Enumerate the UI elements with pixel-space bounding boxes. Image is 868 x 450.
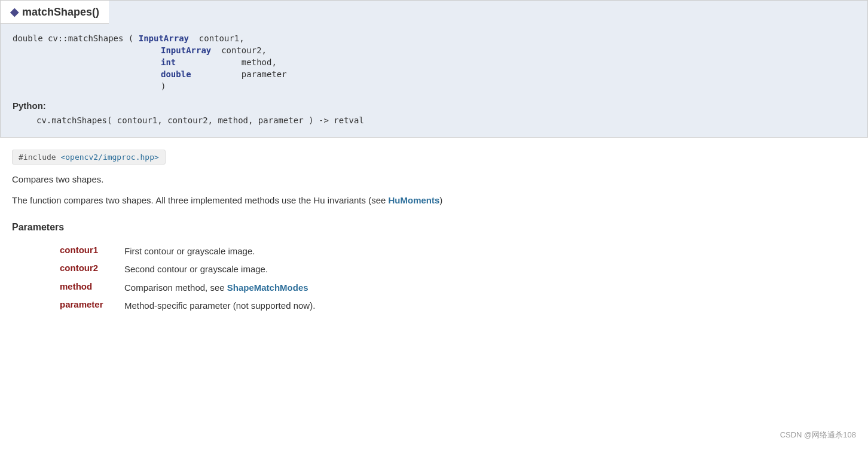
sig-type-1: InputArray bbox=[139, 34, 189, 43]
sig-return-type: double cv::matchShapes ( bbox=[13, 34, 139, 43]
param-name-method: method bbox=[12, 279, 120, 297]
param-desc-contour1: First contour or grayscale image. bbox=[120, 242, 856, 261]
python-call: cv.matchShapes( contour1, contour2, meth… bbox=[36, 115, 855, 125]
include-file: <opencv2/imgproc.hpp> bbox=[60, 153, 158, 162]
param-name-contour2: contour2 bbox=[12, 260, 120, 279]
include-directive: #include bbox=[19, 153, 56, 162]
sig-line-4: double parameter bbox=[161, 69, 855, 79]
param-table: contour1 First contour or grayscale imag… bbox=[12, 242, 856, 315]
sig-line-3: int method, bbox=[161, 57, 855, 67]
shape-match-modes-link[interactable]: ShapeMatchModes bbox=[227, 282, 308, 293]
param-row-method: method Comparison method, see ShapeMatch… bbox=[12, 279, 856, 297]
signature-section: ◆matchShapes() double cv::matchShapes ( … bbox=[0, 0, 868, 138]
python-label: Python: bbox=[13, 101, 855, 111]
footer-watermark: CSDN @网络通杀108 bbox=[780, 430, 856, 440]
sig-line-5: ) bbox=[161, 81, 855, 91]
param-desc-method: Comparison method, see ShapeMatchModes bbox=[120, 279, 856, 297]
description-long: The function compares two shapes. All th… bbox=[12, 194, 856, 208]
sig-line-1: double cv::matchShapes ( InputArray cont… bbox=[13, 34, 855, 43]
param-row-contour1: contour1 First contour or grayscale imag… bbox=[12, 242, 856, 261]
parameters-title: Parameters bbox=[12, 222, 856, 233]
content-section: #include <opencv2/imgproc.hpp> Compares … bbox=[0, 138, 868, 327]
function-title-bar: ◆matchShapes() bbox=[1, 1, 109, 24]
parameters-section: Parameters contour1 First contour or gra… bbox=[12, 222, 856, 315]
sig-type-3: int bbox=[161, 57, 176, 67]
param-desc-contour2: Second contour or grayscale image. bbox=[120, 260, 856, 279]
param-desc-parameter: Method-specific parameter (not supported… bbox=[120, 297, 856, 315]
include-badge: #include <opencv2/imgproc.hpp> bbox=[12, 150, 856, 174]
signature-body: double cv::matchShapes ( InputArray cont… bbox=[1, 24, 867, 137]
python-section: Python: cv.matchShapes( contour1, contou… bbox=[13, 101, 855, 125]
diamond-icon: ◆ bbox=[10, 6, 19, 18]
sig-param-3: method, bbox=[176, 57, 277, 67]
sig-param-2: contour2, bbox=[211, 45, 267, 55]
sig-param-4: parameter bbox=[191, 69, 287, 79]
sig-line-2: InputArray contour2, bbox=[161, 45, 855, 55]
param-row-contour2: contour2 Second contour or grayscale ima… bbox=[12, 260, 856, 279]
page-container: ◆matchShapes() double cv::matchShapes ( … bbox=[0, 0, 868, 450]
sig-param-1: contour1, bbox=[189, 34, 244, 43]
param-name-parameter: parameter bbox=[12, 297, 120, 315]
param-row-parameter: parameter Method-specific parameter (not… bbox=[12, 297, 856, 315]
description-short: Compares two shapes. bbox=[12, 174, 856, 184]
function-title: ◆matchShapes() bbox=[10, 6, 99, 18]
param-name-contour1: contour1 bbox=[12, 242, 120, 261]
hu-moments-link[interactable]: HuMoments bbox=[389, 195, 440, 205]
sig-type-4: double bbox=[161, 69, 191, 79]
sig-paren-close: ) bbox=[161, 81, 166, 91]
sig-type-2: InputArray bbox=[161, 45, 211, 55]
